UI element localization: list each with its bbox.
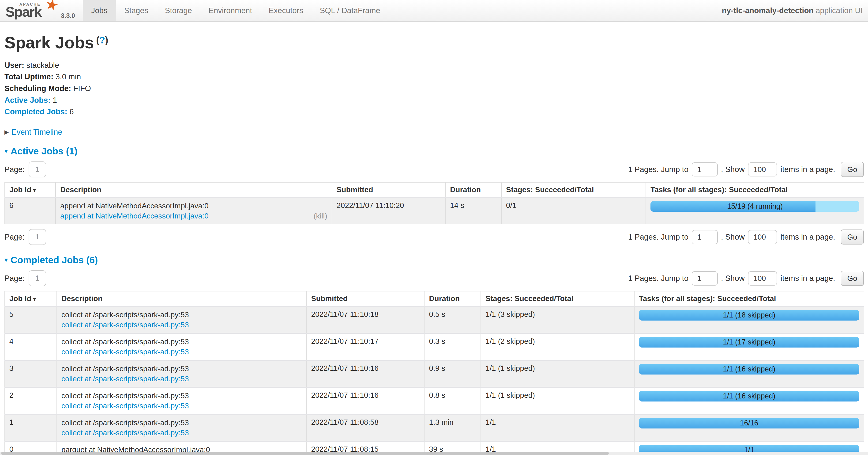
- cell-job-id: 3: [5, 360, 57, 387]
- col-duration[interactable]: Duration: [424, 291, 481, 306]
- sort-desc-icon: ▾: [33, 187, 36, 194]
- tasks-progress-bar: 16/16: [639, 418, 860, 428]
- cell-tasks: 1/1 (18 skipped): [634, 306, 864, 333]
- show-label: . Show: [721, 232, 745, 241]
- cell-stages: 1/1 (1 skipped): [481, 360, 634, 387]
- summary-user: User: stackable: [4, 60, 864, 70]
- horizontal-scrollbar[interactable]: [0, 452, 868, 455]
- cell-submitted: 2022/11/07 11:10:18: [306, 306, 424, 333]
- tab-jobs[interactable]: Jobs: [83, 0, 116, 21]
- job-detail-link[interactable]: collect at /spark-scripts/spark-ad.py:53: [61, 401, 189, 410]
- jump-to-input[interactable]: [692, 162, 717, 177]
- main-content: Spark Jobs(?) User: stackable Total Upti…: [0, 33, 868, 455]
- table-row: 2 collect at /spark-scripts/spark-ad.py:…: [5, 387, 864, 414]
- summary-active-jobs: Active Jobs: 1: [4, 95, 864, 105]
- question-mark-icon: ?: [99, 35, 105, 46]
- col-stages[interactable]: Stages: Succeeded/Total: [481, 291, 634, 306]
- active-jobs-link[interactable]: Active Jobs:: [4, 96, 51, 105]
- page-label: Page:: [4, 274, 25, 283]
- cell-stages: 1/1: [481, 414, 634, 441]
- col-job-id[interactable]: Job Id▾: [5, 291, 57, 306]
- cell-submitted: 2022/11/07 11:10:20: [332, 197, 445, 224]
- tasks-progress-bar: 1/1 (16 skipped): [639, 364, 860, 374]
- tasks-progress-bar: 1/1 (16 skipped): [639, 391, 860, 401]
- job-detail-link[interactable]: collect at /spark-scripts/spark-ad.py:53: [61, 428, 189, 437]
- tab-stages[interactable]: Stages: [116, 0, 157, 21]
- completed-jobs-table: Job Id▾ Description Submitted Duration S…: [4, 291, 864, 455]
- completed-jobs-section-header[interactable]: ▾Completed Jobs (6): [4, 255, 864, 266]
- cell-description: append at NativeMethodAccessorImpl.java:…: [56, 197, 332, 224]
- col-tasks[interactable]: Tasks (for all stages): Succeeded/Total: [634, 291, 864, 306]
- active-jobs-table: Job Id▾ Description Submitted Duration S…: [4, 182, 864, 224]
- progress-label: 16/16: [639, 418, 860, 428]
- job-detail-link[interactable]: collect at /spark-scripts/spark-ad.py:53: [61, 320, 189, 329]
- show-items-input[interactable]: [748, 162, 777, 177]
- tab-environment[interactable]: Environment: [200, 0, 260, 21]
- tab-sql-dataframe[interactable]: SQL / DataFrame: [312, 0, 389, 21]
- col-stages[interactable]: Stages: Succeeded/Total: [501, 182, 646, 197]
- scrollbar-thumb[interactable]: [1, 452, 609, 455]
- jump-to-input[interactable]: [692, 271, 717, 286]
- cell-tasks: 1/1 (17 skipped): [634, 333, 864, 360]
- go-button[interactable]: Go: [841, 271, 864, 286]
- page-input[interactable]: [29, 270, 46, 286]
- page-input[interactable]: [29, 229, 46, 245]
- items-text: items in a page.: [781, 232, 835, 241]
- col-description[interactable]: Description: [56, 182, 332, 197]
- summary-completed-jobs: Completed Jobs: 6: [4, 107, 864, 116]
- completed-jobs-link[interactable]: Completed Jobs:: [4, 107, 67, 116]
- cell-stages: 1/1 (3 skipped): [481, 306, 634, 333]
- cell-duration: 0.9 s: [424, 360, 481, 387]
- cell-duration: 1.3 min: [424, 414, 481, 441]
- navbar: APACHE Spark ★ 3.3.0 Jobs Stages Storage…: [0, 0, 868, 22]
- cell-job-id: 4: [5, 333, 57, 360]
- cell-description: collect at /spark-scripts/spark-ad.py:53…: [57, 306, 306, 333]
- page-label: Page:: [4, 232, 25, 241]
- col-description[interactable]: Description: [57, 291, 306, 306]
- cell-job-id: 5: [5, 306, 57, 333]
- pages-text: 1 Pages. Jump to: [628, 165, 688, 174]
- kill-link[interactable]: (kill): [314, 211, 327, 221]
- tab-storage[interactable]: Storage: [157, 0, 200, 21]
- table-row: 6 append at NativeMethodAccessorImpl.jav…: [5, 197, 864, 224]
- col-submitted[interactable]: Submitted: [332, 182, 445, 197]
- tasks-progress-bar: 1/1 (17 skipped): [639, 337, 860, 347]
- col-job-id[interactable]: Job Id▾: [5, 182, 56, 197]
- progress-label: 1/1 (16 skipped): [639, 364, 860, 374]
- event-timeline-label: Event Timeline: [11, 127, 62, 136]
- show-items-input[interactable]: [748, 271, 777, 286]
- pages-text: 1 Pages. Jump to: [628, 274, 688, 283]
- cell-duration: 14 s: [445, 197, 501, 224]
- cell-submitted: 2022/11/07 11:10:16: [306, 387, 424, 414]
- cell-tasks: 15/19 (4 running): [646, 197, 864, 224]
- jump-to-input[interactable]: [692, 230, 717, 244]
- page-title-text: Spark Jobs: [4, 33, 94, 52]
- job-detail-link[interactable]: collect at /spark-scripts/spark-ad.py:53: [61, 374, 189, 383]
- app-name-suffix: application UI: [814, 6, 863, 15]
- items-text: items in a page.: [781, 274, 835, 283]
- spark-logo[interactable]: APACHE Spark ★: [4, 0, 57, 21]
- cell-stages: 1/1 (2 skipped): [481, 333, 634, 360]
- job-detail-link[interactable]: append at NativeMethodAccessorImpl.java:…: [60, 212, 209, 220]
- job-detail-link[interactable]: collect at /spark-scripts/spark-ad.py:53: [61, 347, 189, 356]
- help-link[interactable]: (?): [96, 35, 108, 46]
- col-duration[interactable]: Duration: [445, 182, 501, 197]
- app-name-strong: ny-tlc-anomaly-detection: [722, 6, 814, 15]
- col-tasks[interactable]: Tasks (for all stages): Succeeded/Total: [646, 182, 864, 197]
- spark-jobs-page: APACHE Spark ★ 3.3.0 Jobs Stages Storage…: [0, 0, 868, 455]
- active-jobs-section-header[interactable]: ▾Active Jobs (1): [4, 146, 864, 157]
- cell-duration: 0.5 s: [424, 306, 481, 333]
- summary-uptime: Total Uptime: 3.0 min: [4, 72, 864, 81]
- go-button[interactable]: Go: [841, 162, 864, 177]
- cell-job-id: 2: [5, 387, 57, 414]
- col-submitted[interactable]: Submitted: [306, 291, 424, 306]
- tab-executors[interactable]: Executors: [260, 0, 312, 21]
- show-items-input[interactable]: [748, 230, 777, 244]
- tasks-progress-bar: 15/19 (4 running): [650, 201, 859, 212]
- page-input[interactable]: [29, 162, 46, 177]
- table-header-row: Job Id▾ Description Submitted Duration S…: [5, 291, 864, 306]
- cell-submitted: 2022/11/07 11:10:17: [306, 333, 424, 360]
- event-timeline-toggle[interactable]: ▶Event Timeline: [4, 127, 864, 137]
- expanded-arrow-icon: ▾: [4, 147, 8, 154]
- go-button[interactable]: Go: [841, 229, 864, 245]
